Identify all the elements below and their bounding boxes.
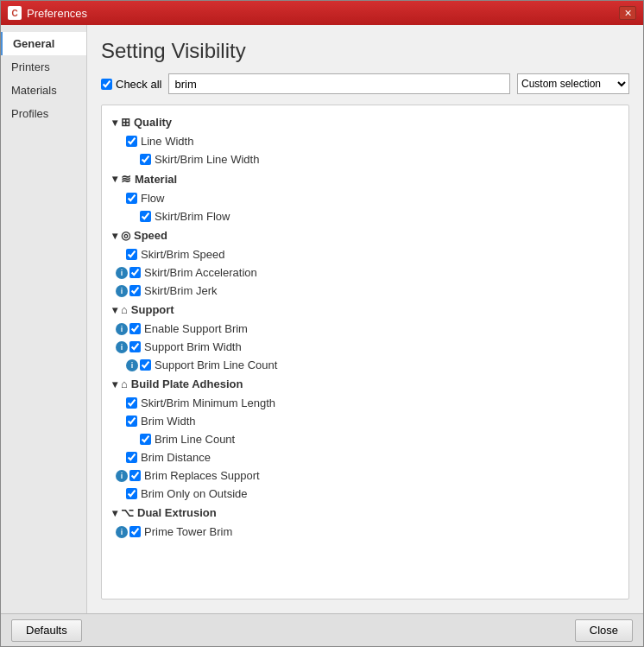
setting-enable-support-brim: i Enable Support Brim xyxy=(102,320,628,338)
preferences-window: C Preferences ✕ General Printers Materia… xyxy=(0,0,644,647)
check-all-label[interactable]: Check all xyxy=(101,78,161,91)
checkbox-brim-width[interactable] xyxy=(126,415,137,427)
checkbox-enable-support-brim[interactable] xyxy=(129,323,141,334)
quality-collapse-icon: ▾ xyxy=(112,117,117,129)
close-button[interactable]: Close xyxy=(575,619,633,642)
bpa-section-label: Build Plate Adhesion xyxy=(131,377,243,390)
checkbox-brim-distance[interactable] xyxy=(126,452,137,463)
info-icon-support-brim-width: i xyxy=(116,341,128,353)
section-material[interactable]: ▾ ≋ Material xyxy=(102,168,628,189)
bottom-bar: Defaults Close xyxy=(1,613,643,646)
dual-section-icon: ⌥ xyxy=(121,506,134,519)
window-title: Preferences xyxy=(27,7,619,20)
app-icon: C xyxy=(8,6,22,20)
setting-line-width: Line Width xyxy=(102,132,628,150)
quality-section-icon: ⊞ xyxy=(121,116,130,129)
setting-brim-distance: Brim Distance xyxy=(102,448,628,466)
checkbox-skirt-brim-jerk[interactable] xyxy=(129,285,141,296)
support-section-label: Support xyxy=(131,303,174,316)
setting-skirt-brim-acceleration: i Skirt/Brim Acceleration xyxy=(102,263,628,282)
section-build-plate-adhesion[interactable]: ▾ ⌂ Build Plate Adhesion xyxy=(102,374,628,394)
checkbox-support-brim-line-count[interactable] xyxy=(140,359,151,371)
checkbox-skirt-brim-flow[interactable] xyxy=(140,211,151,222)
checkbox-skirt-brim-speed[interactable] xyxy=(126,249,137,260)
checkbox-skirt-brim-min-length[interactable] xyxy=(126,397,137,409)
setting-brim-width: Brim Width xyxy=(102,412,628,430)
checkbox-brim-only-on-outside[interactable] xyxy=(126,488,137,499)
info-icon-skirt-brim-accel: i xyxy=(116,267,128,279)
material-collapse-icon: ▾ xyxy=(112,173,117,185)
sidebar-item-materials[interactable]: Materials xyxy=(1,79,86,102)
checkbox-support-brim-width[interactable] xyxy=(129,341,141,352)
main-panel: Setting Visibility Check all Custom sele… xyxy=(87,25,643,613)
setting-brim-replaces-support: i Brim Replaces Support xyxy=(102,466,628,485)
page-title: Setting Visibility xyxy=(101,39,629,63)
sidebar-item-profiles[interactable]: Profiles xyxy=(1,102,86,125)
info-icon-skirt-brim-jerk: i xyxy=(116,285,128,297)
setting-prime-tower-brim: i Prime Tower Brim xyxy=(102,523,628,541)
speed-section-icon: ◎ xyxy=(121,229,130,242)
support-section-icon: ⌂ xyxy=(121,303,128,316)
section-quality[interactable]: ▾ ⊞ Quality xyxy=(102,112,628,132)
close-window-button[interactable]: ✕ xyxy=(619,6,636,20)
setting-brim-line-count: Brim Line Count xyxy=(102,430,628,448)
checkbox-flow[interactable] xyxy=(126,193,137,204)
checkbox-skirt-brim-line-width[interactable] xyxy=(140,154,151,165)
sidebar-item-general[interactable]: General xyxy=(1,32,86,55)
dual-collapse-icon: ▾ xyxy=(112,507,117,519)
bpa-collapse-icon: ▾ xyxy=(112,378,117,390)
section-support[interactable]: ▾ ⌂ Support xyxy=(102,300,628,320)
setting-skirt-brim-min-length: Skirt/Brim Minimum Length xyxy=(102,394,628,412)
info-icon-enable-support-brim: i xyxy=(116,323,128,335)
content-area: General Printers Materials Profiles Sett… xyxy=(1,25,643,613)
search-bar: Check all Custom selection Beginner Adva… xyxy=(101,73,629,94)
setting-skirt-brim-jerk: i Skirt/Brim Jerk xyxy=(102,282,628,300)
setting-support-brim-width: i Support Brim Width xyxy=(102,338,628,356)
setting-brim-only-on-outside: Brim Only on Outside xyxy=(102,485,628,503)
dual-section-label: Dual Extrusion xyxy=(137,506,217,519)
setting-skirt-brim-flow: Skirt/Brim Flow xyxy=(102,207,628,225)
section-speed[interactable]: ▾ ◎ Speed xyxy=(102,225,628,245)
setting-skirt-brim-line-width: Skirt/Brim Line Width xyxy=(102,150,628,168)
defaults-button[interactable]: Defaults xyxy=(11,619,82,642)
sidebar: General Printers Materials Profiles xyxy=(1,25,87,613)
checkbox-line-width[interactable] xyxy=(126,136,137,147)
info-icon-support-brim-line-count: i xyxy=(126,359,138,371)
checkbox-brim-replaces-support[interactable] xyxy=(129,470,141,481)
check-all-checkbox[interactable] xyxy=(101,79,112,90)
checkbox-brim-line-count[interactable] xyxy=(140,434,151,445)
material-section-icon: ≋ xyxy=(121,172,131,186)
speed-section-label: Speed xyxy=(134,229,167,242)
titlebar: C Preferences ✕ xyxy=(1,1,643,25)
quality-section-label: Quality xyxy=(134,116,172,129)
section-dual-extrusion[interactable]: ▾ ⌥ Dual Extrusion xyxy=(102,503,628,523)
sidebar-item-printers[interactable]: Printers xyxy=(1,55,86,79)
info-icon-prime-tower-brim: i xyxy=(116,526,128,538)
checkbox-prime-tower-brim[interactable] xyxy=(129,526,141,537)
setting-skirt-brim-speed: Skirt/Brim Speed xyxy=(102,245,628,263)
settings-panel: ▾ ⊞ Quality Line Width Skirt/Brim Line W… xyxy=(101,105,629,599)
bpa-section-icon: ⌂ xyxy=(121,377,128,390)
info-icon-brim-replaces-support: i xyxy=(116,470,128,482)
support-collapse-icon: ▾ xyxy=(112,304,117,316)
speed-collapse-icon: ▾ xyxy=(112,230,117,242)
setting-support-brim-line-count: i Support Brim Line Count xyxy=(102,356,628,374)
material-section-label: Material xyxy=(135,173,177,186)
setting-flow: Flow xyxy=(102,189,628,207)
visibility-dropdown[interactable]: Custom selection Beginner Advanced Exper… xyxy=(517,73,629,94)
search-input[interactable] xyxy=(168,73,510,94)
checkbox-skirt-brim-acceleration[interactable] xyxy=(129,267,141,278)
